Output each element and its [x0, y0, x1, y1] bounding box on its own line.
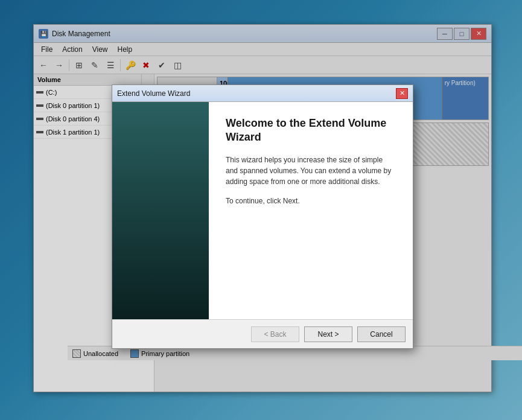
dialog-title-bar: Extend Volume Wizard ✕ [112, 85, 413, 102]
next-button[interactable]: Next > [304, 326, 352, 342]
cancel-button[interactable]: Cancel [357, 326, 406, 342]
dialog-close-button[interactable]: ✕ [396, 88, 408, 99]
dialog-description: This wizard helps you increase the size … [226, 154, 396, 187]
extend-volume-wizard: Extend Volume Wizard ✕ Welcome to the Ex… [112, 84, 413, 349]
dialog-continue-text: To continue, click Next. [226, 197, 396, 205]
dialog-content: Welcome to the Extend VolumeWizard This … [209, 102, 413, 319]
dialog-footer: < Back Next > Cancel [112, 319, 413, 348]
back-button[interactable]: < Back [251, 326, 299, 342]
dialog-body: Welcome to the Extend VolumeWizard This … [112, 102, 413, 319]
dialog-sidebar-graphic [112, 102, 209, 319]
dialog-heading: Welcome to the Extend VolumeWizard [226, 116, 396, 145]
dialog-title: Extend Volume Wizard [117, 89, 396, 98]
